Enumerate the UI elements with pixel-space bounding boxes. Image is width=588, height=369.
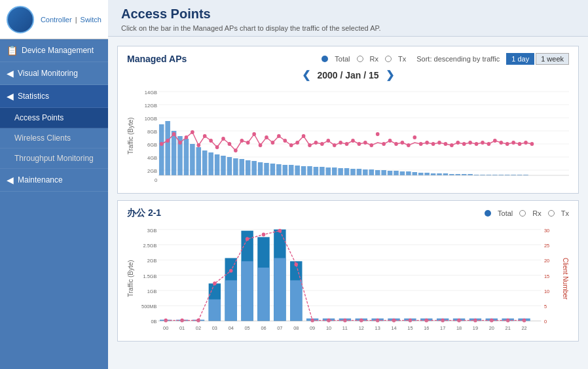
svg-rect-31: [258, 162, 263, 175]
svg-text:18: 18: [456, 325, 462, 331]
svg-text:14: 14: [391, 325, 396, 331]
svg-text:20: 20: [544, 258, 549, 264]
svg-text:3GB: 3GB: [147, 227, 157, 233]
managed-aps-title: Managed APs: [127, 54, 187, 64]
svg-text:10: 10: [544, 289, 549, 294]
svg-rect-20: [190, 144, 195, 175]
svg-rect-37: [295, 166, 300, 175]
svg-text:2GB: 2GB: [147, 258, 157, 264]
svg-text:6GB: 6GB: [147, 142, 157, 148]
svg-rect-32: [264, 163, 269, 175]
svg-point-204: [425, 319, 429, 323]
svg-text:4GB: 4GB: [147, 155, 157, 161]
svg-rect-51: [381, 170, 386, 175]
svg-point-133: [511, 141, 515, 145]
svg-text:09: 09: [310, 325, 315, 331]
ap-detail-title: 办公 2-1: [127, 207, 161, 219]
svg-rect-57: [418, 173, 424, 175]
sidebar-item-wireless-clients[interactable]: Wireless Clients: [0, 128, 108, 149]
svg-point-80: [185, 135, 189, 139]
svg-rect-43: [332, 167, 337, 175]
svg-rect-25: [221, 156, 226, 175]
svg-point-130: [493, 139, 497, 143]
sidebar-item-label: Statistics: [18, 92, 49, 101]
device-management-icon: 📋: [7, 45, 18, 56]
svg-point-202: [392, 319, 396, 323]
sidebar-item-statistics[interactable]: ◀ Statistics: [0, 85, 108, 108]
logo-area: Controller | Switch: [0, 0, 108, 39]
svg-text:25: 25: [544, 243, 549, 249]
svg-text:10GB: 10GB: [145, 116, 157, 122]
svg-point-210: [523, 319, 526, 323]
svg-rect-50: [375, 170, 380, 175]
svg-point-198: [327, 319, 331, 323]
sidebar-item-visual-monitoring[interactable]: ◀ Visual Monitoring: [0, 62, 108, 85]
svg-point-121: [437, 141, 441, 145]
svg-rect-30: [251, 161, 257, 175]
svg-point-78: [172, 132, 176, 136]
sidebar-item-device-management[interactable]: 📋 Device Management: [0, 39, 108, 62]
svg-point-203: [409, 319, 413, 323]
ap-detail-chart-wrapper: Traffic (Byte) 3GB 2.5GB 2GB 1.5GB: [127, 223, 569, 334]
svg-text:13: 13: [375, 325, 380, 331]
svg-rect-35: [283, 165, 288, 175]
sidebar-item-access-points[interactable]: Access Points: [0, 108, 108, 128]
visual-monitoring-icon: ◀: [7, 68, 14, 79]
next-date-arrow[interactable]: ❯: [386, 69, 394, 81]
svg-rect-41: [320, 167, 325, 175]
ap-tx-radio[interactable]: [548, 210, 555, 217]
sidebar-item-label: Maintenance: [18, 175, 63, 184]
switch-link[interactable]: Switch: [81, 16, 101, 24]
svg-point-91: [252, 132, 256, 136]
svg-point-77: [166, 139, 170, 143]
svg-point-193: [246, 237, 249, 241]
svg-point-79: [178, 141, 182, 145]
svg-point-84: [209, 139, 213, 143]
1day-button[interactable]: 1 day: [506, 53, 534, 65]
svg-text:15: 15: [544, 273, 549, 279]
date-navigation: ❮ 2000 / Jan / 15 ❯: [127, 69, 569, 81]
ap-total-label: Total: [498, 209, 513, 217]
svg-text:1GB: 1GB: [147, 289, 157, 294]
tx-radio[interactable]: [385, 56, 392, 62]
svg-point-99: [302, 134, 306, 138]
svg-rect-63: [456, 174, 461, 175]
svg-rect-58: [424, 173, 430, 175]
ap-rx-radio[interactable]: [519, 210, 526, 217]
svg-point-101: [314, 141, 318, 145]
managed-aps-y-axis-label: Traffic (Byte): [127, 85, 134, 186]
svg-point-192: [229, 269, 233, 273]
svg-rect-46: [350, 169, 356, 175]
controller-link[interactable]: Controller: [41, 16, 72, 24]
managed-aps-section: Managed APs Total Rx Tx Sort: descending…: [117, 46, 579, 194]
svg-point-197: [310, 319, 314, 323]
svg-rect-47: [357, 169, 362, 175]
svg-rect-48: [363, 169, 368, 175]
controller-switch-nav: Controller | Switch: [41, 16, 101, 24]
svg-point-118: [419, 142, 423, 146]
sidebar-item-maintenance[interactable]: ◀ Maintenance: [0, 169, 108, 192]
svg-point-195: [278, 229, 282, 233]
1week-button[interactable]: 1 week: [536, 53, 569, 65]
svg-text:2.5GB: 2.5GB: [143, 243, 157, 249]
svg-text:0: 0: [544, 319, 547, 325]
rx-radio[interactable]: [357, 56, 363, 62]
prev-date-arrow[interactable]: ❮: [302, 69, 310, 81]
sidebar-item-throughput-monitoring[interactable]: Throughput Monitoring: [0, 149, 108, 169]
svg-point-76: [160, 142, 164, 146]
svg-rect-45: [344, 168, 350, 175]
svg-text:14GB: 14GB: [145, 90, 157, 96]
svg-rect-27: [233, 158, 238, 175]
svg-text:500MB: 500MB: [141, 304, 156, 309]
svg-text:22: 22: [521, 325, 526, 331]
sidebar-subitem-label: Access Points: [14, 113, 64, 122]
svg-rect-22: [202, 150, 208, 175]
svg-rect-55: [406, 171, 411, 175]
svg-rect-29: [246, 160, 251, 175]
ap-total-dot: [485, 210, 491, 217]
svg-text:8GB: 8GB: [147, 129, 157, 135]
svg-text:30: 30: [544, 227, 549, 233]
svg-point-188: [164, 319, 168, 323]
svg-point-85: [215, 145, 219, 149]
svg-rect-44: [338, 168, 343, 175]
